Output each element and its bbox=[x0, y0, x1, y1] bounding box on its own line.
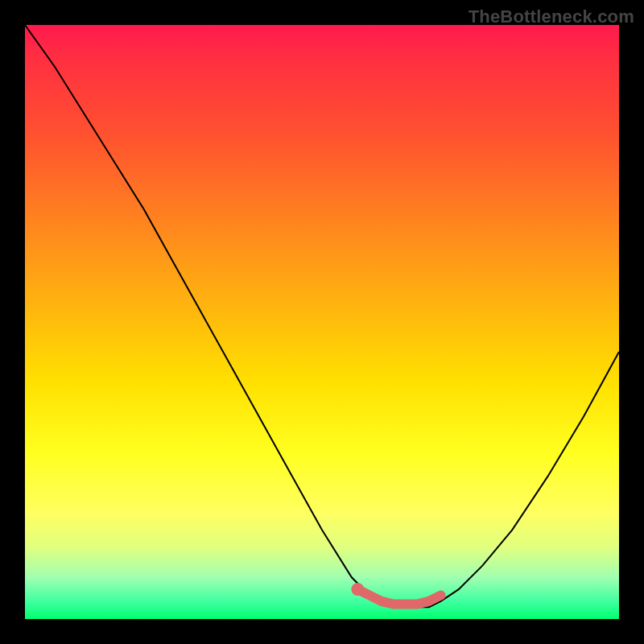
chart-root: TheBottleneck.com bbox=[0, 0, 644, 644]
watermark-text: TheBottleneck.com bbox=[469, 6, 634, 27]
curve-svg bbox=[25, 25, 619, 619]
highlight-start-dot bbox=[351, 583, 364, 596]
plot-area bbox=[25, 25, 619, 619]
highlight-segment bbox=[357, 589, 440, 604]
bottleneck-curve bbox=[25, 25, 619, 607]
